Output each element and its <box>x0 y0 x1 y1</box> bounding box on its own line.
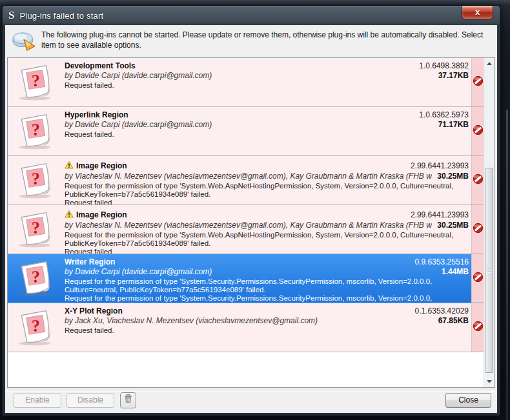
dialog-instructions: The following plug-ins cannot be started… <box>41 30 492 50</box>
plugin-error-line-1: Request failed. <box>65 326 469 335</box>
plugin-name: X-Y Plot Region <box>65 306 123 315</box>
trash-icon <box>124 394 132 408</box>
delete-plugin-button[interactable] <box>120 392 136 408</box>
plugin-error-line-1: Request failed. <box>65 81 469 90</box>
plugin-author: by Davide Carpi (davide.carpi@gmail.com) <box>65 71 433 80</box>
plugin-author: by Jack Xu, Viacheslav N. Mezentsev (via… <box>65 316 433 325</box>
svg-text:?: ? <box>31 169 40 188</box>
plugin-details: X-Y Plot Region 0.1.6353.42029 by Jack X… <box>63 303 471 352</box>
plugin-row[interactable]: ? Hyperlink Region 1.0.6362.5973 by Davi… <box>8 107 484 156</box>
blocked-status-cell <box>471 156 484 205</box>
plugin-size: 37.17KB <box>438 71 469 80</box>
plugin-version: 1.0.6362.5973 <box>413 110 469 119</box>
footer-separator <box>5 390 497 392</box>
plugin-version: 0.1.6353.42029 <box>409 306 469 315</box>
plugin-row[interactable]: ? Image Region 2.99.6441.23993 by Viache… <box>8 205 484 254</box>
plugin-details: Hyperlink Region 1.0.6362.5973 by Davide… <box>63 107 471 155</box>
no-entry-icon <box>473 75 484 89</box>
plugin-size: 30.25MB <box>437 172 469 181</box>
disk-wedge-icon <box>11 31 38 53</box>
plugin-error-line-1: Request for the permission of type 'Syst… <box>65 231 469 248</box>
plugin-row[interactable]: ? Writer Region 0.9.6353.25516 by Davide… <box>8 254 484 303</box>
no-entry-icon <box>473 174 484 187</box>
plugin-version: 1.0.6498.3892 <box>413 61 469 70</box>
plugin-size: 30.25MB <box>437 221 469 230</box>
close-button[interactable]: Close <box>445 393 491 408</box>
no-entry-icon <box>473 272 484 285</box>
no-entry-icon <box>473 223 484 236</box>
svg-text:?: ? <box>31 218 40 237</box>
blocked-status-cell <box>471 254 484 303</box>
smath-s-logo-icon: S <box>8 10 14 21</box>
scroll-down-button[interactable] <box>484 376 495 387</box>
title-bar[interactable]: S Plug-ins failed to start <box>3 6 500 25</box>
plugin-author: by Viacheslav N. Mezentsev (viacheslavme… <box>65 172 432 181</box>
svg-text:?: ? <box>31 316 40 335</box>
plugin-size: 67.85KB <box>438 316 469 325</box>
plugin-error-line-2: Request failed. <box>65 248 469 254</box>
window-title: Plug-ins failed to start <box>19 11 103 21</box>
dialog-window: S Plug-ins failed to start x The followi… <box>2 5 500 416</box>
plugin-name: Writer Region <box>65 257 115 266</box>
dialog-client-area: The following plug-ins cannot be started… <box>5 25 497 413</box>
plugin-size: 1.44MB <box>442 267 469 276</box>
scrollbar-grip <box>487 268 491 273</box>
no-entry-icon <box>473 125 484 138</box>
enable-button[interactable]: Enable <box>14 393 61 408</box>
disable-button[interactable]: Disable <box>66 393 114 408</box>
plugin-error-line-1: Request for the permission of type 'Syst… <box>65 182 469 199</box>
plugin-author: by Davide Carpi (davide.carpi@gmail.com) <box>65 120 433 129</box>
no-entry-icon <box>473 321 484 334</box>
blocked-status-cell <box>471 205 484 254</box>
chevron-up-icon <box>487 62 492 65</box>
blocked-status-cell <box>471 303 484 352</box>
plugin-version: 0.9.6353.25516 <box>409 257 469 266</box>
close-x-icon: x <box>475 7 480 17</box>
plugin-author: by Davide Carpi (davide.carpi@gmail.com) <box>65 267 436 276</box>
svg-text:?: ? <box>31 120 40 139</box>
chevron-down-icon <box>487 380 492 383</box>
plugin-list[interactable]: ? Development Tools 1.0.6498.3892 by Dav… <box>7 57 495 388</box>
scroll-up-button[interactable] <box>484 58 495 69</box>
warning-icon <box>65 160 74 172</box>
plugin-name: Image Region <box>76 210 127 219</box>
paper-question-icon: ? <box>8 156 63 205</box>
warning-icon <box>65 209 74 221</box>
plugin-version: 2.99.6441.23993 <box>404 210 469 219</box>
plugin-details: Development Tools 1.0.6498.3892 by David… <box>63 58 471 106</box>
plugin-name: Hyperlink Region <box>65 110 128 119</box>
paper-question-icon: ? <box>8 107 63 155</box>
paper-question-icon: ? <box>8 58 63 106</box>
plugin-details: Writer Region 0.9.6353.25516 by Davide C… <box>63 254 471 303</box>
paper-question-icon: ? <box>8 205 63 254</box>
plugin-error-line-1: Request failed. <box>65 130 469 139</box>
plugin-row[interactable]: ? Image Region 2.99.6441.23993 by Viache… <box>8 156 484 205</box>
plugin-size: 71.17KB <box>438 120 469 129</box>
blocked-status-cell <box>471 58 484 106</box>
plugin-version: 2.99.6441.23993 <box>404 161 469 170</box>
list-scrollbar[interactable] <box>484 58 495 387</box>
paper-question-icon: ? <box>8 254 63 303</box>
plugin-error-line-2: Request for the permission of type 'Syst… <box>65 294 469 303</box>
plugin-error-line-2: Request failed. <box>65 199 469 205</box>
background-window-edge <box>506 110 508 420</box>
window-close-button[interactable]: x <box>462 6 493 19</box>
svg-text:?: ? <box>31 71 40 90</box>
svg-text:?: ? <box>31 267 40 286</box>
plugin-details: Image Region 2.99.6441.23993 by Viachesl… <box>63 156 471 205</box>
paper-question-icon: ? <box>8 303 63 352</box>
blocked-status-cell <box>471 107 484 155</box>
scrollbar-thumb[interactable] <box>485 168 493 373</box>
plugin-row[interactable]: ? X-Y Plot Region 0.1.6353.42029 by Jack… <box>8 303 484 352</box>
plugin-details: Image Region 2.99.6441.23993 by Viachesl… <box>63 205 471 254</box>
plugin-error-line-1: Request for the permission of type 'Syst… <box>65 277 469 294</box>
plugin-rows: ? Development Tools 1.0.6498.3892 by Dav… <box>8 58 484 387</box>
plugin-name: Image Region <box>76 161 127 170</box>
plugin-author: by Viacheslav N. Mezentsev (viacheslavme… <box>65 221 432 230</box>
plugin-name: Development Tools <box>65 61 136 70</box>
plugin-row[interactable]: ? Development Tools 1.0.6498.3892 by Dav… <box>8 58 484 107</box>
